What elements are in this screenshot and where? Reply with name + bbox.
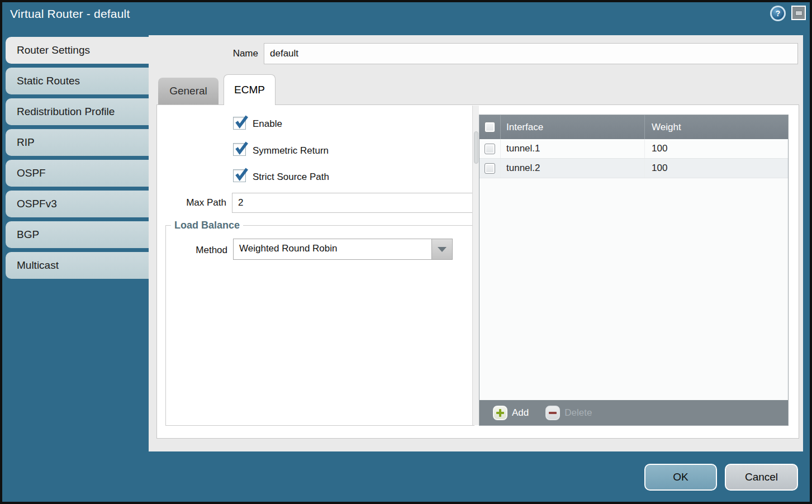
sidebar-item-router-settings[interactable]: Router Settings (6, 37, 152, 64)
ok-button[interactable]: OK (644, 464, 717, 491)
dropdown-button[interactable] (431, 239, 452, 259)
table-empty-area (479, 178, 788, 400)
check-icon (234, 115, 248, 130)
interface-cell: tunnel.1 (501, 139, 645, 158)
sidebar-item-rip[interactable]: RIP (6, 129, 149, 156)
table-row[interactable]: tunnel.2 100 (479, 159, 788, 178)
name-label: Name (197, 48, 258, 59)
interface-column-header[interactable]: Interface (501, 115, 645, 139)
method-label: Method (166, 245, 227, 256)
delete-label: Delete (564, 407, 592, 419)
enable-label: Enable (253, 118, 282, 130)
virtual-router-dialog: Virtual Router - default ? Router Settin… (0, 0, 812, 504)
sidebar-item-ospf[interactable]: OSPF (6, 160, 149, 187)
method-value: Weighted Round Robin (239, 243, 337, 254)
tab-ecmp[interactable]: ECMP (224, 74, 276, 105)
sidebar-item-redistribution-profile[interactable]: Redistribution Profile (6, 98, 149, 125)
add-label: Add (512, 407, 529, 419)
check-icon (234, 141, 248, 156)
cancel-button[interactable]: Cancel (725, 464, 798, 491)
table-header: Interface Weight (479, 115, 788, 139)
question-mark-icon: ? (772, 7, 784, 20)
help-icon[interactable]: ? (770, 6, 786, 21)
max-path-label: Max Path (165, 197, 226, 208)
strict-source-path-checkbox[interactable] (233, 169, 246, 182)
max-path-input[interactable] (232, 193, 474, 213)
check-icon (234, 168, 248, 182)
name-input[interactable] (264, 43, 798, 64)
load-balance-legend: Load Balance (171, 220, 243, 231)
minus-icon (545, 406, 560, 420)
chevron-down-icon (438, 247, 447, 252)
row-checkbox[interactable] (485, 144, 495, 154)
tab-general[interactable]: General (158, 78, 219, 104)
add-button[interactable]: Add (493, 406, 529, 420)
plus-icon (493, 406, 507, 420)
window-restore-icon[interactable] (791, 6, 806, 20)
interface-cell: tunnel.2 (501, 159, 645, 178)
weight-cell: 100 (645, 139, 788, 158)
sidebar-item-multicast[interactable]: Multicast (6, 252, 149, 279)
weight-column-header[interactable]: Weight (645, 115, 788, 139)
row-checkbox[interactable] (485, 163, 495, 174)
dialog-title: Virtual Router - default (10, 7, 130, 21)
enable-checkbox[interactable] (233, 117, 246, 130)
weight-cell: 100 (645, 159, 788, 178)
table-toolbar: Add Delete (479, 400, 788, 425)
interface-table: Interface Weight tunnel.1 100 tunnel.2 1… (479, 115, 789, 426)
symmetric-return-label: Symmetric Return (253, 145, 329, 156)
sidebar-item-ospfv3[interactable]: OSPFv3 (6, 191, 149, 217)
sidebar-item-bgp[interactable]: BGP (6, 221, 149, 248)
panel-scrollbar[interactable] (472, 106, 479, 425)
sidebar-item-static-routes[interactable]: Static Routes (6, 68, 149, 94)
strict-source-path-label: Strict Source Path (253, 172, 329, 183)
delete-button[interactable]: Delete (545, 406, 592, 420)
scrollbar-thumb[interactable] (474, 131, 478, 164)
method-dropdown[interactable]: Weighted Round Robin (233, 239, 453, 260)
select-all-checkbox[interactable] (485, 122, 495, 132)
table-row[interactable]: tunnel.1 100 (479, 139, 788, 159)
symmetric-return-checkbox[interactable] (233, 143, 246, 156)
